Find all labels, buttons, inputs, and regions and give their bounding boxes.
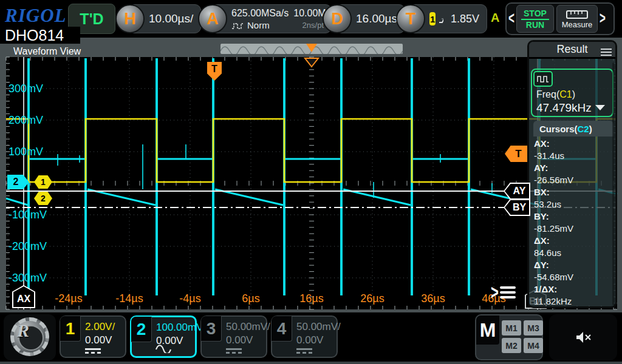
cursor-value: -54.68mV (534, 271, 610, 283)
result-scrollbar[interactable] (612, 62, 615, 305)
rigol-gear-button[interactable]: R (4, 314, 56, 360)
channel3-offset: 0.00V (226, 334, 253, 346)
voltage-label: -300mV (9, 272, 47, 285)
time-label: 36µs (421, 292, 445, 305)
oscilloscope-screen: Waveform View 300mV200mV100mV-100mV-200m… (0, 0, 622, 364)
channel1-offset: 0.00V (85, 334, 112, 346)
result-panel: Result Freq(C1) 47.479kHz Cursors(C2) AX… (527, 40, 617, 308)
rigol-logo: RIGOL (5, 5, 66, 27)
horizontal-scale-value: 10.00µs/ (149, 12, 193, 25)
toolbar-quick-buttons: < STOP RUN Measure > (505, 2, 615, 35)
math-button[interactable]: M M1 M2 M3 M4 (475, 314, 543, 360)
horizontal-scale-button[interactable]: H 10.00µs/ (115, 4, 201, 34)
cursor-value: 11.82kHz (534, 295, 610, 308)
dc-coupling-icon (85, 348, 101, 354)
cursor-label: ΔX: (534, 235, 610, 247)
math4-button[interactable]: M4 (524, 338, 543, 353)
model-name: DHO814 (0, 27, 80, 44)
channel1-number: 1 (60, 316, 81, 342)
expand-chevron-icon: > (491, 281, 499, 305)
cursor-label: 1/ΔX: (534, 283, 610, 295)
voltage-label: 200mV (9, 114, 43, 127)
sample-resolution: 2ns/pt (302, 19, 324, 32)
horizontal-knob-icon[interactable]: H (115, 4, 145, 33)
voltage-label: -200mV (9, 240, 47, 253)
channel1-scale: 2.00V/ (85, 321, 115, 333)
trigger-knob-icon[interactable]: T (396, 4, 425, 33)
cursors-section-header[interactable]: Cursors(C2) (533, 121, 613, 136)
math3-button[interactable]: M3 (524, 320, 543, 335)
freq-measurement-label: Freq(C1) (536, 89, 575, 100)
stop-run-button[interactable]: STOP RUN (516, 5, 554, 33)
top-toolbar: RIGOL T'D H 10.00µs/ A 625.00MSa/s10.00M… (0, 0, 622, 38)
dropdown-arrow-icon[interactable] (595, 105, 605, 110)
gear-logo-letter: R (4, 320, 43, 341)
trigger-source-chip: 1 (429, 12, 436, 25)
measurement-type-icon (533, 71, 553, 87)
scroll-left-chevron[interactable]: < (507, 9, 516, 29)
cursor-label: AY: (534, 162, 610, 174)
delay-button[interactable]: D 16.00µs (323, 4, 405, 34)
math-label: M (476, 315, 499, 345)
dc-coupling-icon (226, 348, 242, 354)
time-label: 6µs (242, 292, 259, 305)
channel2-number: 2 (131, 317, 152, 342)
channel3-number: 3 (201, 316, 222, 342)
cursor-value: 53.2us (534, 198, 610, 211)
cursor-label: ΔY: (534, 259, 610, 271)
rising-edge-icon (438, 13, 443, 25)
cursor-value: -26.56mV (534, 174, 610, 186)
time-label: -4µs (179, 292, 200, 305)
time-label: 26µs (360, 292, 384, 305)
channel4-button[interactable]: 4 50.00mV/ 0.00V (271, 315, 338, 358)
delay-knob-icon[interactable]: D (323, 4, 352, 33)
waveform-quick-menu-button[interactable]: > (491, 283, 520, 302)
acquisition-button[interactable]: A 625.00MSa/s10.00Mpts Norm 2ns/pt (198, 4, 332, 34)
channel4-scale: 50.00mV/ (296, 321, 341, 333)
trigger-level-value: 1.85V (451, 13, 479, 25)
cursor-label: BX: (534, 186, 610, 198)
freq-measurement-value: 47.479kHz (536, 101, 592, 115)
cursor-value: 84.6us (534, 247, 610, 259)
voltage-label: 100mV (9, 146, 43, 158)
channel3-button[interactable]: 3 50.00mV/ 0.00V (200, 315, 267, 358)
delay-value: 16.00µs (356, 12, 397, 25)
voltage-label: -100mV (9, 209, 47, 221)
cursor-label: BY: (534, 211, 610, 223)
bottom-bar: R 1 2.00V/ 0.00V 2 100.00mV/ 0.00V 3 50.… (0, 312, 622, 364)
pulse-icon (231, 21, 244, 30)
hamburger-menu-icon (500, 284, 516, 301)
sound-button[interactable] (549, 314, 617, 360)
sample-rate: 625.00MSa/s (231, 7, 289, 19)
cursor-readout-list: AX: -31.4us AY: -26.56mV BX: 53.2us BY: … (534, 138, 610, 308)
acquisition-mode: Norm (247, 19, 270, 32)
time-label: 16µs (299, 292, 323, 305)
result-title: Result (556, 43, 587, 56)
speaker-muted-icon (574, 330, 592, 345)
waveform-view-title: Waveform View (13, 46, 81, 56)
channel3-scale: 50.00mV/ (226, 321, 270, 333)
scroll-right-chevron[interactable]: > (598, 9, 607, 29)
time-label: -14µs (115, 292, 143, 305)
trigger-button[interactable]: T 1 1.85V (396, 4, 487, 34)
ac-coupling-icon (155, 345, 172, 353)
math1-button[interactable]: M1 (502, 320, 521, 335)
channel2-scale: 100.00mV/ (156, 322, 206, 334)
channel1-button[interactable]: 1 2.00V/ 0.00V (60, 315, 126, 358)
channel2-button[interactable]: 2 100.00mV/ 0.00V (130, 315, 197, 358)
dc-coupling-icon (296, 348, 312, 354)
cursor-value: -31.4us (534, 150, 610, 162)
channel4-number: 4 (272, 316, 292, 342)
result-menu-icon[interactable] (601, 47, 612, 58)
time-label: -24µs (55, 292, 82, 305)
sweep-mode-indicator: A (491, 11, 499, 25)
cursor-value: -81.25mV (534, 223, 610, 235)
measure-button[interactable]: Measure (556, 5, 598, 33)
trigger-position-pointer[interactable] (306, 44, 317, 52)
freq-measurement-widget[interactable]: Freq(C1) 47.479kHz (531, 69, 613, 117)
math2-button[interactable]: M2 (502, 338, 521, 353)
acquisition-knob-icon[interactable]: A (198, 4, 227, 33)
cursor-label: AX: (534, 138, 610, 150)
ruler-icon (566, 9, 589, 20)
channel4-offset: 0.00V (296, 334, 323, 346)
